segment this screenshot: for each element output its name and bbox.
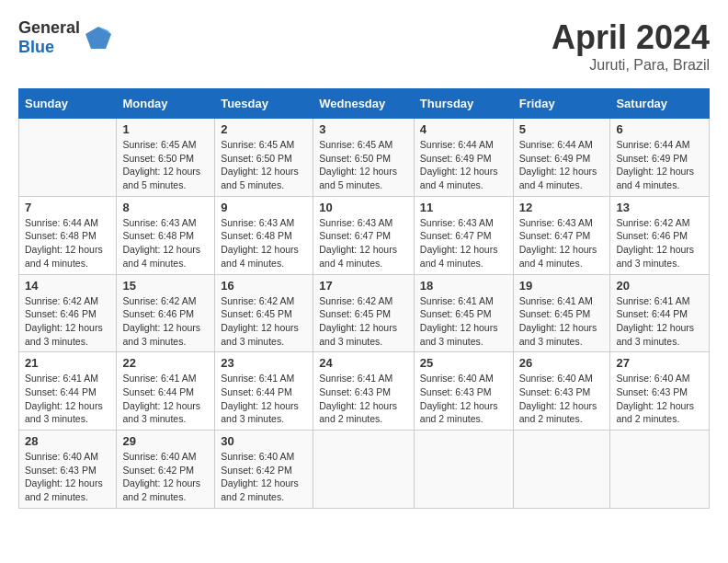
day-info: Sunrise: 6:40 AM Sunset: 6:42 PM Dayligh… <box>221 450 307 504</box>
day-info: Sunrise: 6:41 AM Sunset: 6:44 PM Dayligh… <box>25 372 110 426</box>
calendar-header-friday: Friday <box>513 89 610 119</box>
day-info: Sunrise: 6:42 AM Sunset: 6:46 PM Dayligh… <box>25 294 110 349</box>
calendar-cell: 20Sunrise: 6:41 AM Sunset: 6:44 PM Dayli… <box>610 274 710 352</box>
calendar-header-sunday: Sunday <box>19 89 117 119</box>
calendar-cell: 15Sunrise: 6:42 AM Sunset: 6:46 PM Dayli… <box>117 274 215 352</box>
svg-marker-0 <box>85 27 111 49</box>
calendar-week-row: 1Sunrise: 6:45 AM Sunset: 6:50 PM Daylig… <box>19 119 710 197</box>
calendar-cell: 14Sunrise: 6:42 AM Sunset: 6:46 PM Dayli… <box>19 274 117 352</box>
day-number: 12 <box>519 201 605 214</box>
day-info: Sunrise: 6:45 AM Sunset: 6:50 PM Dayligh… <box>122 138 209 192</box>
day-info: Sunrise: 6:43 AM Sunset: 6:48 PM Dayligh… <box>221 216 307 270</box>
day-number: 18 <box>420 279 507 293</box>
calendar-cell <box>313 431 415 509</box>
calendar-cell: 21Sunrise: 6:41 AM Sunset: 6:44 PM Dayli… <box>19 352 117 431</box>
calendar-header-wednesday: Wednesday <box>313 89 415 119</box>
calendar-header-thursday: Thursday <box>414 89 513 119</box>
day-info: Sunrise: 6:43 AM Sunset: 6:47 PM Dayligh… <box>319 216 408 270</box>
day-info: Sunrise: 6:40 AM Sunset: 6:43 PM Dayligh… <box>519 372 605 426</box>
calendar-header-row: SundayMondayTuesdayWednesdayThursdayFrid… <box>19 89 710 119</box>
calendar-cell: 22Sunrise: 6:41 AM Sunset: 6:44 PM Dayli… <box>117 352 215 431</box>
calendar-cell: 9Sunrise: 6:43 AM Sunset: 6:48 PM Daylig… <box>215 196 313 274</box>
calendar-week-row: 21Sunrise: 6:41 AM Sunset: 6:44 PM Dayli… <box>19 352 710 431</box>
day-info: Sunrise: 6:41 AM Sunset: 6:45 PM Dayligh… <box>519 294 605 349</box>
day-number: 14 <box>25 279 110 293</box>
calendar-cell: 6Sunrise: 6:44 AM Sunset: 6:49 PM Daylig… <box>610 119 710 197</box>
day-number: 28 <box>25 434 110 448</box>
calendar-cell: 25Sunrise: 6:40 AM Sunset: 6:43 PM Dayli… <box>414 352 513 431</box>
day-number: 1 <box>122 122 209 136</box>
calendar-cell: 8Sunrise: 6:43 AM Sunset: 6:48 PM Daylig… <box>117 196 215 274</box>
calendar-cell: 28Sunrise: 6:40 AM Sunset: 6:43 PM Dayli… <box>19 431 117 509</box>
day-number: 22 <box>122 356 209 370</box>
calendar-cell: 10Sunrise: 6:43 AM Sunset: 6:47 PM Dayli… <box>313 196 415 274</box>
logo-text: General Blue <box>18 18 80 57</box>
calendar-cell <box>414 431 513 509</box>
day-number: 3 <box>319 122 408 136</box>
day-number: 7 <box>25 201 110 214</box>
calendar-cell: 18Sunrise: 6:41 AM Sunset: 6:45 PM Dayli… <box>414 274 513 352</box>
day-info: Sunrise: 6:43 AM Sunset: 6:48 PM Dayligh… <box>122 216 209 270</box>
day-number: 19 <box>519 279 605 293</box>
calendar-cell: 30Sunrise: 6:40 AM Sunset: 6:42 PM Dayli… <box>215 431 313 509</box>
day-number: 29 <box>122 434 209 448</box>
day-number: 26 <box>519 356 605 370</box>
day-number: 10 <box>319 201 408 214</box>
day-number: 24 <box>319 356 408 370</box>
day-info: Sunrise: 6:43 AM Sunset: 6:47 PM Dayligh… <box>420 216 507 270</box>
day-number: 2 <box>221 122 307 136</box>
day-info: Sunrise: 6:44 AM Sunset: 6:49 PM Dayligh… <box>519 138 605 192</box>
logo-blue: Blue <box>18 38 54 56</box>
day-info: Sunrise: 6:41 AM Sunset: 6:44 PM Dayligh… <box>122 372 209 426</box>
calendar-cell: 26Sunrise: 6:40 AM Sunset: 6:43 PM Dayli… <box>513 352 610 431</box>
day-info: Sunrise: 6:41 AM Sunset: 6:44 PM Dayligh… <box>221 372 307 426</box>
calendar-header-tuesday: Tuesday <box>215 89 313 119</box>
calendar-cell: 4Sunrise: 6:44 AM Sunset: 6:49 PM Daylig… <box>414 119 513 197</box>
day-info: Sunrise: 6:45 AM Sunset: 6:50 PM Dayligh… <box>221 138 307 192</box>
day-info: Sunrise: 6:42 AM Sunset: 6:45 PM Dayligh… <box>221 294 307 349</box>
day-info: Sunrise: 6:40 AM Sunset: 6:42 PM Dayligh… <box>122 450 209 504</box>
subtitle: Juruti, Para, Brazil <box>552 57 710 74</box>
calendar-header-saturday: Saturday <box>610 89 710 119</box>
day-number: 16 <box>221 279 307 293</box>
calendar-week-row: 14Sunrise: 6:42 AM Sunset: 6:46 PM Dayli… <box>19 274 710 352</box>
day-info: Sunrise: 6:42 AM Sunset: 6:46 PM Dayligh… <box>122 294 209 349</box>
day-info: Sunrise: 6:44 AM Sunset: 6:48 PM Dayligh… <box>25 216 110 270</box>
day-info: Sunrise: 6:45 AM Sunset: 6:50 PM Dayligh… <box>319 138 408 192</box>
calendar-cell: 24Sunrise: 6:41 AM Sunset: 6:43 PM Dayli… <box>313 352 415 431</box>
calendar-cell: 29Sunrise: 6:40 AM Sunset: 6:42 PM Dayli… <box>117 431 215 509</box>
calendar-cell: 7Sunrise: 6:44 AM Sunset: 6:48 PM Daylig… <box>19 196 117 274</box>
day-info: Sunrise: 6:41 AM Sunset: 6:45 PM Dayligh… <box>420 294 507 349</box>
day-info: Sunrise: 6:40 AM Sunset: 6:43 PM Dayligh… <box>25 450 110 504</box>
day-info: Sunrise: 6:40 AM Sunset: 6:43 PM Dayligh… <box>420 372 507 426</box>
day-info: Sunrise: 6:43 AM Sunset: 6:47 PM Dayligh… <box>519 216 605 270</box>
day-info: Sunrise: 6:44 AM Sunset: 6:49 PM Dayligh… <box>616 138 703 192</box>
day-number: 15 <box>122 279 209 293</box>
day-number: 21 <box>25 356 110 370</box>
calendar-cell: 23Sunrise: 6:41 AM Sunset: 6:44 PM Dayli… <box>215 352 313 431</box>
page-header: General Blue April 2024 Juruti, Para, Br… <box>18 18 710 74</box>
calendar-week-row: 7Sunrise: 6:44 AM Sunset: 6:48 PM Daylig… <box>19 196 710 274</box>
day-number: 27 <box>616 356 703 370</box>
calendar-cell: 1Sunrise: 6:45 AM Sunset: 6:50 PM Daylig… <box>117 119 215 197</box>
calendar-cell: 2Sunrise: 6:45 AM Sunset: 6:50 PM Daylig… <box>215 119 313 197</box>
calendar-cell <box>610 431 710 509</box>
day-info: Sunrise: 6:40 AM Sunset: 6:43 PM Dayligh… <box>616 372 703 426</box>
day-number: 25 <box>420 356 507 370</box>
calendar-table: SundayMondayTuesdayWednesdayThursdayFrid… <box>18 88 710 509</box>
calendar-header-monday: Monday <box>117 89 215 119</box>
calendar-week-row: 28Sunrise: 6:40 AM Sunset: 6:43 PM Dayli… <box>19 431 710 509</box>
day-number: 5 <box>519 122 605 136</box>
day-info: Sunrise: 6:44 AM Sunset: 6:49 PM Dayligh… <box>420 138 507 192</box>
day-number: 17 <box>319 279 408 293</box>
calendar-cell: 3Sunrise: 6:45 AM Sunset: 6:50 PM Daylig… <box>313 119 415 197</box>
logo-general: General <box>18 18 80 37</box>
title-area: April 2024 Juruti, Para, Brazil <box>552 18 710 74</box>
day-number: 9 <box>221 201 307 214</box>
logo: General Blue <box>18 18 113 57</box>
day-info: Sunrise: 6:41 AM Sunset: 6:44 PM Dayligh… <box>616 294 703 349</box>
day-info: Sunrise: 6:42 AM Sunset: 6:46 PM Dayligh… <box>616 216 703 270</box>
calendar-cell: 13Sunrise: 6:42 AM Sunset: 6:46 PM Dayli… <box>610 196 710 274</box>
day-number: 23 <box>221 356 307 370</box>
calendar-cell <box>19 119 117 197</box>
